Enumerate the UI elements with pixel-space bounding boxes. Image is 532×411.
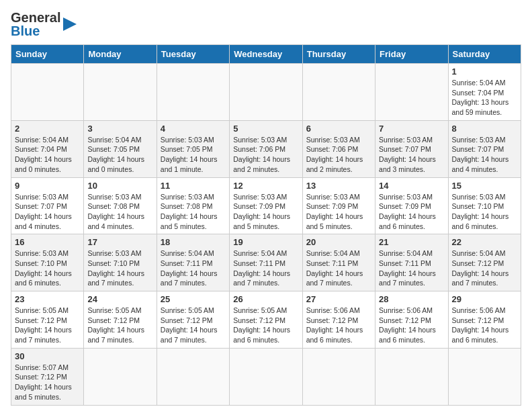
calendar-day-header: Saturday bbox=[448, 45, 521, 64]
day-number: 19 bbox=[233, 237, 298, 247]
day-info: Sunrise: 5:03 AM Sunset: 7:10 PM Dayligh… bbox=[15, 248, 80, 288]
day-number: 29 bbox=[452, 294, 517, 304]
calendar-empty-cell bbox=[302, 64, 375, 121]
calendar-day-cell: 5Sunrise: 5:03 AM Sunset: 7:06 PM Daylig… bbox=[230, 120, 302, 177]
day-info: Sunrise: 5:03 AM Sunset: 7:10 PM Dayligh… bbox=[87, 248, 152, 288]
day-info: Sunrise: 5:04 AM Sunset: 7:04 PM Dayligh… bbox=[15, 135, 80, 175]
day-number: 20 bbox=[306, 237, 371, 247]
svg-marker-0 bbox=[63, 17, 77, 31]
day-number: 12 bbox=[233, 181, 298, 191]
day-number: 17 bbox=[87, 237, 152, 247]
calendar-header-row: SundayMondayTuesdayWednesdayThursdayFrid… bbox=[11, 45, 521, 64]
day-number: 14 bbox=[379, 181, 444, 191]
calendar-day-cell: 8Sunrise: 5:03 AM Sunset: 7:07 PM Daylig… bbox=[448, 120, 521, 177]
day-number: 21 bbox=[379, 237, 444, 247]
day-number: 5 bbox=[233, 124, 298, 134]
day-number: 23 bbox=[15, 294, 80, 304]
day-info: Sunrise: 5:05 AM Sunset: 7:12 PM Dayligh… bbox=[87, 306, 152, 345]
logo-general: GeneralBlue bbox=[11, 11, 60, 38]
day-info: Sunrise: 5:06 AM Sunset: 7:12 PM Dayligh… bbox=[379, 306, 444, 345]
calendar-day-cell: 6Sunrise: 5:03 AM Sunset: 7:06 PM Daylig… bbox=[302, 120, 375, 177]
calendar-empty-cell bbox=[230, 64, 302, 121]
day-number: 27 bbox=[306, 294, 371, 304]
calendar-day-cell: 25Sunrise: 5:05 AM Sunset: 7:12 PM Dayli… bbox=[157, 291, 229, 349]
day-number: 30 bbox=[15, 351, 80, 361]
day-info: Sunrise: 5:04 AM Sunset: 7:11 PM Dayligh… bbox=[306, 248, 371, 288]
calendar-day-header: Friday bbox=[375, 45, 448, 64]
logo: GeneralBlue bbox=[11, 11, 77, 38]
calendar-day-cell: 17Sunrise: 5:03 AM Sunset: 7:10 PM Dayli… bbox=[84, 234, 157, 291]
day-number: 1 bbox=[452, 66, 517, 77]
day-info: Sunrise: 5:03 AM Sunset: 7:07 PM Dayligh… bbox=[379, 135, 444, 175]
day-number: 4 bbox=[161, 124, 226, 134]
header: GeneralBlue bbox=[11, 11, 521, 38]
calendar-empty-cell bbox=[302, 348, 375, 405]
calendar-day-cell: 15Sunrise: 5:03 AM Sunset: 7:10 PM Dayli… bbox=[448, 177, 521, 234]
calendar-week-row: 16Sunrise: 5:03 AM Sunset: 7:10 PM Dayli… bbox=[11, 234, 521, 291]
day-info: Sunrise: 5:04 AM Sunset: 7:11 PM Dayligh… bbox=[379, 248, 444, 288]
day-info: Sunrise: 5:03 AM Sunset: 7:08 PM Dayligh… bbox=[161, 192, 226, 232]
calendar-empty-cell bbox=[11, 64, 84, 121]
calendar-day-cell: 1Sunrise: 5:04 AM Sunset: 7:04 PM Daylig… bbox=[448, 64, 521, 121]
day-info: Sunrise: 5:03 AM Sunset: 7:08 PM Dayligh… bbox=[87, 192, 152, 232]
day-number: 18 bbox=[161, 237, 226, 247]
day-number: 10 bbox=[87, 181, 152, 191]
day-info: Sunrise: 5:05 AM Sunset: 7:12 PM Dayligh… bbox=[161, 306, 226, 345]
calendar-day-cell: 28Sunrise: 5:06 AM Sunset: 7:12 PM Dayli… bbox=[375, 291, 448, 349]
calendar-empty-cell bbox=[157, 348, 229, 405]
calendar-day-header: Thursday bbox=[302, 45, 375, 64]
calendar-week-row: 23Sunrise: 5:05 AM Sunset: 7:12 PM Dayli… bbox=[11, 291, 521, 349]
calendar-day-cell: 9Sunrise: 5:03 AM Sunset: 7:07 PM Daylig… bbox=[11, 177, 84, 234]
day-number: 15 bbox=[452, 181, 517, 191]
calendar-empty-cell bbox=[157, 64, 229, 121]
day-info: Sunrise: 5:04 AM Sunset: 7:11 PM Dayligh… bbox=[233, 248, 298, 288]
calendar-day-cell: 24Sunrise: 5:05 AM Sunset: 7:12 PM Dayli… bbox=[84, 291, 157, 349]
day-number: 8 bbox=[452, 124, 517, 134]
calendar-week-row: 2Sunrise: 5:04 AM Sunset: 7:04 PM Daylig… bbox=[11, 120, 521, 177]
day-number: 16 bbox=[15, 237, 80, 247]
calendar-day-cell: 22Sunrise: 5:04 AM Sunset: 7:12 PM Dayli… bbox=[448, 234, 521, 291]
day-number: 25 bbox=[161, 294, 226, 304]
calendar-day-cell: 10Sunrise: 5:03 AM Sunset: 7:08 PM Dayli… bbox=[84, 177, 157, 234]
calendar-day-cell: 3Sunrise: 5:04 AM Sunset: 7:05 PM Daylig… bbox=[84, 120, 157, 177]
day-info: Sunrise: 5:03 AM Sunset: 7:06 PM Dayligh… bbox=[233, 135, 298, 175]
calendar-day-cell: 14Sunrise: 5:03 AM Sunset: 7:09 PM Dayli… bbox=[375, 177, 448, 234]
calendar-empty-cell bbox=[230, 348, 302, 405]
calendar-day-cell: 30Sunrise: 5:07 AM Sunset: 7:12 PM Dayli… bbox=[11, 348, 84, 405]
day-info: Sunrise: 5:03 AM Sunset: 7:10 PM Dayligh… bbox=[452, 192, 517, 232]
calendar-empty-cell bbox=[375, 348, 448, 405]
day-info: Sunrise: 5:04 AM Sunset: 7:05 PM Dayligh… bbox=[87, 135, 152, 175]
day-info: Sunrise: 5:03 AM Sunset: 7:09 PM Dayligh… bbox=[306, 192, 371, 232]
day-number: 28 bbox=[379, 294, 444, 304]
calendar-day-cell: 16Sunrise: 5:03 AM Sunset: 7:10 PM Dayli… bbox=[11, 234, 84, 291]
calendar-week-row: 1Sunrise: 5:04 AM Sunset: 7:04 PM Daylig… bbox=[11, 64, 521, 121]
day-info: Sunrise: 5:03 AM Sunset: 7:07 PM Dayligh… bbox=[452, 135, 517, 175]
day-number: 22 bbox=[452, 237, 517, 247]
calendar-week-row: 9Sunrise: 5:03 AM Sunset: 7:07 PM Daylig… bbox=[11, 177, 521, 234]
calendar-day-cell: 11Sunrise: 5:03 AM Sunset: 7:08 PM Dayli… bbox=[157, 177, 229, 234]
day-info: Sunrise: 5:06 AM Sunset: 7:12 PM Dayligh… bbox=[452, 306, 517, 345]
calendar-day-cell: 12Sunrise: 5:03 AM Sunset: 7:09 PM Dayli… bbox=[230, 177, 302, 234]
day-number: 24 bbox=[87, 294, 152, 304]
calendar-day-cell: 21Sunrise: 5:04 AM Sunset: 7:11 PM Dayli… bbox=[375, 234, 448, 291]
day-number: 3 bbox=[87, 124, 152, 134]
calendar-empty-cell bbox=[84, 64, 157, 121]
calendar-day-cell: 18Sunrise: 5:04 AM Sunset: 7:11 PM Dayli… bbox=[157, 234, 229, 291]
calendar-day-header: Wednesday bbox=[230, 45, 302, 64]
calendar-day-cell: 23Sunrise: 5:05 AM Sunset: 7:12 PM Dayli… bbox=[11, 291, 84, 349]
day-number: 11 bbox=[161, 181, 226, 191]
calendar-empty-cell bbox=[84, 348, 157, 405]
calendar-empty-cell bbox=[448, 348, 521, 405]
day-number: 6 bbox=[306, 124, 371, 134]
calendar-day-cell: 20Sunrise: 5:04 AM Sunset: 7:11 PM Dayli… bbox=[302, 234, 375, 291]
day-number: 26 bbox=[233, 294, 298, 304]
calendar: SundayMondayTuesdayWednesdayThursdayFrid… bbox=[11, 44, 521, 406]
day-info: Sunrise: 5:04 AM Sunset: 7:11 PM Dayligh… bbox=[161, 248, 226, 288]
day-number: 2 bbox=[15, 124, 80, 134]
day-info: Sunrise: 5:07 AM Sunset: 7:12 PM Dayligh… bbox=[15, 363, 80, 402]
day-info: Sunrise: 5:04 AM Sunset: 7:12 PM Dayligh… bbox=[452, 248, 517, 288]
day-info: Sunrise: 5:03 AM Sunset: 7:09 PM Dayligh… bbox=[379, 192, 444, 232]
day-info: Sunrise: 5:03 AM Sunset: 7:07 PM Dayligh… bbox=[15, 192, 80, 232]
calendar-week-row: 30Sunrise: 5:07 AM Sunset: 7:12 PM Dayli… bbox=[11, 348, 521, 405]
day-info: Sunrise: 5:04 AM Sunset: 7:04 PM Dayligh… bbox=[452, 78, 517, 118]
